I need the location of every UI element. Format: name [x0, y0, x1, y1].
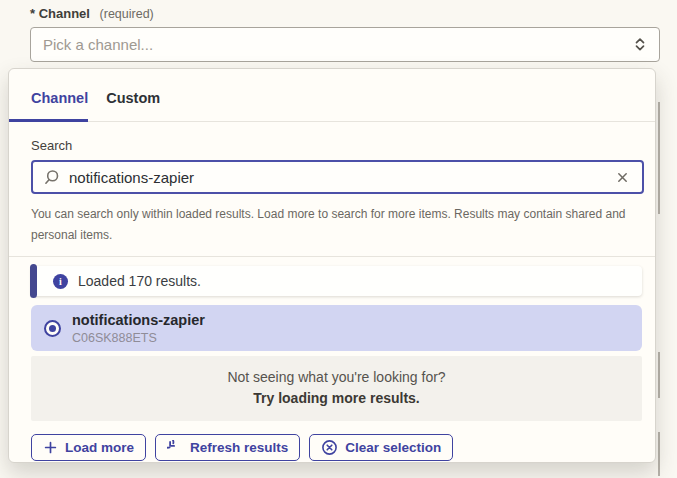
search-icon: [43, 169, 60, 186]
background-field-edge: [658, 352, 660, 398]
section-divider: [9, 256, 655, 257]
prompt-try-loading-link[interactable]: Try loading more results.: [31, 390, 642, 406]
tab-custom[interactable]: Custom: [106, 90, 160, 121]
channel-select-placeholder: Pick a channel...: [43, 36, 633, 53]
x-icon: [616, 171, 629, 184]
loaded-results-text: Loaded 170 results.: [78, 273, 201, 289]
search-box: [31, 160, 644, 194]
loaded-results-banner: i Loaded 170 results.: [31, 266, 642, 296]
search-input[interactable]: [69, 169, 603, 186]
clear-selection-button[interactable]: Clear selection: [309, 434, 453, 461]
radio-selected-icon[interactable]: [44, 320, 61, 337]
plus-icon: [43, 440, 58, 455]
background-field-edge: [658, 432, 660, 476]
field-label: * Channel (required): [30, 6, 154, 21]
info-icon: i: [53, 274, 68, 289]
result-name: notifications-zapier: [72, 312, 205, 329]
field-label-text: * Channel: [30, 6, 90, 21]
search-clear-button[interactable]: [612, 167, 633, 188]
result-row-notifications-zapier[interactable]: notifications-zapier C06SK888ETS: [31, 305, 642, 351]
search-helper-text: You can search only within loaded result…: [31, 204, 646, 245]
channel-select[interactable]: Pick a channel...: [30, 27, 660, 62]
chevron-up-down-icon: [633, 36, 647, 53]
clear-circle-x-icon: [321, 439, 338, 456]
refresh-results-button[interactable]: Refresh results: [155, 434, 300, 461]
prompt-question: Not seeing what you're looking for?: [31, 369, 642, 385]
tab-channel[interactable]: Channel: [9, 90, 88, 121]
load-more-prompt: Not seeing what you're looking for? Try …: [31, 356, 642, 421]
tab-bar: Channel Custom: [9, 69, 655, 122]
channel-dropdown-panel: Channel Custom Search You can search onl…: [8, 68, 656, 463]
action-bar: Load more Refresh results Clear selectio…: [31, 434, 655, 461]
result-id: C06SK888ETS: [72, 331, 205, 345]
load-more-label: Load more: [65, 440, 134, 455]
result-text: notifications-zapier C06SK888ETS: [72, 312, 205, 345]
field-required-note: (required): [100, 7, 154, 21]
search-label: Search: [31, 138, 642, 153]
search-section: Search: [9, 122, 655, 194]
refresh-results-label: Refresh results: [190, 440, 288, 455]
clear-selection-label: Clear selection: [345, 440, 441, 455]
background-field-edge: [658, 102, 660, 214]
refresh-icon: [167, 440, 183, 456]
load-more-button[interactable]: Load more: [31, 434, 146, 461]
